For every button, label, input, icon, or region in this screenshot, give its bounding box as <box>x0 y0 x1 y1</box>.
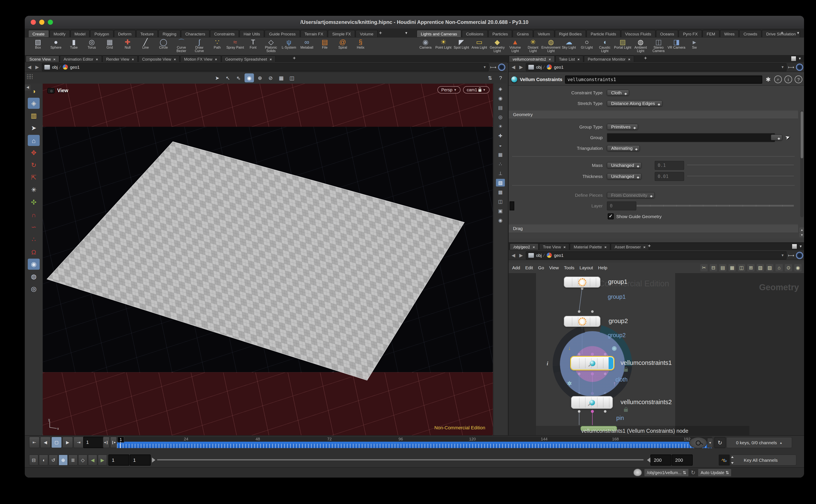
viewport-tool-icon[interactable]: ◍ <box>28 271 40 282</box>
pane-tab[interactable]: Asset Browser× <box>611 243 649 250</box>
shelf-tool[interactable]: ≈ Spray Paint <box>226 38 244 53</box>
forward-icon[interactable]: ▶ <box>34 64 40 70</box>
projection-badge[interactable]: Persp▼ <box>437 86 460 93</box>
back-icon[interactable]: ◀ <box>510 252 516 258</box>
constraint-type-dropdown[interactable]: Cloth <box>607 90 629 96</box>
transport-button[interactable]: ◀ <box>40 437 51 448</box>
group-type-dropdown[interactable]: Primitives <box>607 124 638 130</box>
viewport-tool-icon[interactable]: ∴ <box>28 234 40 245</box>
shelf-tab[interactable]: Rigid Bodies <box>555 30 586 37</box>
breadcrumb[interactable]: obj / geo1 ▼ <box>526 251 786 259</box>
network-toolbar-icon[interactable]: ▨ <box>766 264 773 271</box>
shelf-tool[interactable]: ▤ File <box>316 38 334 53</box>
scene-tool-icon[interactable]: ◉ <box>245 73 254 82</box>
shelf-tool[interactable]: ψ L-System <box>280 38 298 53</box>
zoom-window-button[interactable] <box>48 20 53 25</box>
viewport-tool-icon[interactable]: ◎ <box>28 283 40 294</box>
breadcrumb[interactable]: obj / geo1 ▼ <box>526 63 786 71</box>
shelf-tab[interactable]: Grains <box>513 30 533 37</box>
current-frame-field[interactable]: 1 <box>83 437 104 448</box>
collapse-toolbar-icon[interactable]: ◀ <box>25 84 31 90</box>
transport-button[interactable]: ⇥ <box>73 437 84 448</box>
shelf-tool[interactable]: ▲ Volume Light <box>506 38 524 53</box>
node-group1[interactable] <box>564 277 600 288</box>
network-toolbar-icon[interactable]: ⊞ <box>747 264 755 271</box>
node-vellumconstraints2[interactable] <box>571 396 613 409</box>
shelf-tab[interactable]: Constraints <box>210 30 239 37</box>
shelf-tool[interactable]: ◍ Ambient Light <box>632 38 650 53</box>
range-handle-right[interactable] <box>644 457 650 463</box>
toolbox-grid-icon[interactable]: ∷∷∷∷ <box>27 74 37 82</box>
breadcrumb-geo[interactable]: geo1 <box>70 65 80 69</box>
playbar-option-icon[interactable]: ↺ <box>49 454 58 466</box>
recook-icon[interactable]: ↻ <box>691 469 695 476</box>
link-radar-icon[interactable] <box>498 63 505 71</box>
shelf-tool[interactable]: ▸ Sw <box>685 38 703 53</box>
shelf-tab[interactable]: Hair Utils <box>239 30 264 37</box>
menu-go[interactable]: Go <box>538 265 544 270</box>
pane-tab[interactable]: vellumconstraints1× <box>509 55 555 62</box>
pane-tab[interactable]: Geometry Spreadsheet× <box>221 55 275 62</box>
pin-pane-icon[interactable]: ⟼ <box>788 253 794 258</box>
key-mode-dropdown[interactable]: Key All Channels <box>731 454 796 466</box>
node-group-tag[interactable]: cloth <box>615 376 628 383</box>
shelf-tab[interactable]: Oceans <box>656 30 678 37</box>
scroll-buttons[interactable]: ▲▼ <box>799 227 804 238</box>
mass-value-field[interactable]: 0.1 <box>655 161 684 170</box>
shelf-tool[interactable]: ▮ Tube <box>65 38 83 53</box>
shelf-tool[interactable]: ▭ Area Light <box>470 38 488 53</box>
shelf-tool[interactable]: ⌒ Curve Bezier <box>172 38 190 53</box>
playbar-option-icon[interactable]: ⊕ <box>58 454 68 466</box>
close-tab-icon[interactable]: × <box>577 57 580 61</box>
camera-badge[interactable]: cam1▼ <box>463 86 490 93</box>
shelf-overflow-icon[interactable]: ▼ <box>405 31 408 35</box>
timeline-ruler[interactable]: 24487296120144168192 1 <box>117 437 712 448</box>
display-option-icon[interactable]: ◒ <box>496 141 505 149</box>
shelf-tab[interactable]: Crowds <box>739 30 761 37</box>
shelf-tab[interactable]: Particles <box>488 30 512 37</box>
shelf-tool[interactable]: ∞ Metaball <box>298 38 316 53</box>
shelf-tool[interactable]: ◫ Stereo Camera <box>650 38 667 53</box>
display-option-icon[interactable]: ⊥ <box>496 169 505 177</box>
thickness-slider[interactable] <box>687 176 794 176</box>
new-pane-tab-button[interactable]: + <box>644 243 654 249</box>
forward-icon[interactable]: ▶ <box>518 64 524 70</box>
display-option-icon[interactable]: ◉ <box>496 216 505 224</box>
close-tab-icon[interactable]: × <box>215 57 217 61</box>
breadcrumb-obj[interactable]: obj <box>52 65 58 69</box>
shelf-tool[interactable]: ╱ Line <box>137 38 154 53</box>
pane-tab[interactable]: Render View× <box>102 55 138 62</box>
set-key-button[interactable] <box>689 437 707 449</box>
network-toolbar-icon[interactable]: ⊙ <box>785 264 792 271</box>
pane-menu-icon[interactable]: ▼ <box>798 57 801 61</box>
viewport-canvas[interactable]: View Persp▼ cam1▼ Non-Commercial Edition… <box>43 84 493 435</box>
define-pieces-dropdown[interactable]: From Connectivity <box>607 192 654 198</box>
shelf-tab[interactable]: Texture <box>136 30 158 37</box>
playbar-option-icon[interactable]: ≣ <box>68 454 78 466</box>
shelf-tab[interactable]: Collisions <box>462 30 488 37</box>
viewport-tool-icon[interactable]: ◉ <box>28 259 40 270</box>
scene-tool-icon[interactable]: ↖ <box>223 73 233 82</box>
transport-button[interactable]: ⇤ <box>29 437 40 448</box>
shelf-tool[interactable]: ▧ Box <box>29 38 47 53</box>
shelf-overflow-icon[interactable]: ▼ <box>796 31 800 35</box>
shelf-tab[interactable]: Simple FX <box>328 30 355 37</box>
network-toolbar-icon[interactable]: ✂ <box>700 264 708 271</box>
shelf-tab[interactable]: Rigging <box>158 30 181 37</box>
shelf-tool[interactable]: ✚ Null <box>119 38 137 53</box>
menu-help[interactable]: Help <box>598 265 607 270</box>
new-pane-tab-button[interactable]: + <box>641 55 650 61</box>
node-group-tag[interactable]: group1 <box>608 294 626 300</box>
network-editor-canvas[interactable]: Non-Commercial Edition Geometry <box>509 273 804 435</box>
pane-tab[interactable]: Scene View× <box>26 55 59 62</box>
pane-tab[interactable]: Animation Editor× <box>60 55 102 62</box>
help-icon[interactable]: ? <box>795 76 802 83</box>
parameter-scrollbar[interactable] <box>800 111 804 217</box>
viewport-tool-icon[interactable]: ↻ <box>28 160 40 171</box>
shelf-tool[interactable]: ◇ Platonic Solids <box>262 38 280 53</box>
viewport-tool-icon[interactable]: ∽ <box>28 221 40 233</box>
triangulation-dropdown[interactable]: Alternating <box>607 145 640 151</box>
shelf-tool[interactable]: ◉ Camera <box>417 38 434 53</box>
pane-tab[interactable]: Material Palette× <box>570 243 611 250</box>
shelf-tool[interactable]: ✳ Distant Light <box>524 38 542 53</box>
